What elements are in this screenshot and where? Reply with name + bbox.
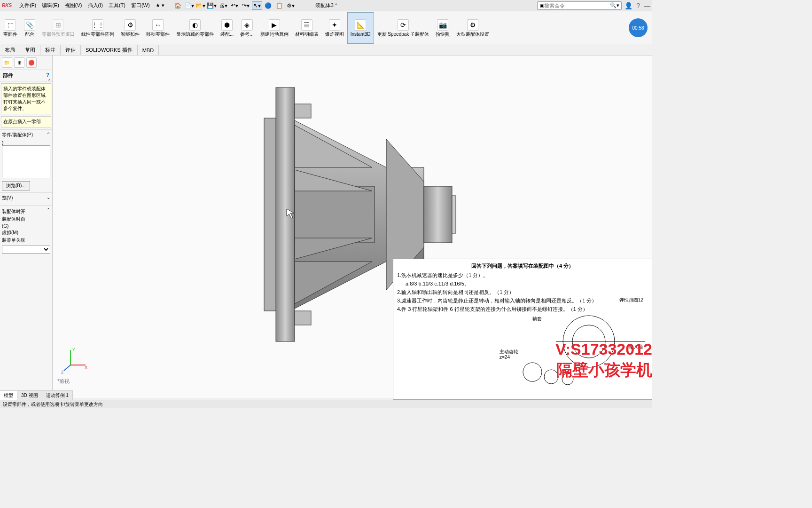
speedpak-icon: ⟳ bbox=[398, 19, 409, 31]
question-1-options: a.8/3 b.10/3 c.11/3 d.16/5。 bbox=[397, 280, 648, 287]
ribbon-insert-component[interactable]: ⬚零部件 bbox=[0, 12, 21, 44]
instant3d-icon: 📐 bbox=[355, 19, 366, 31]
save-icon[interactable]: 💾▾ bbox=[207, 1, 217, 10]
tab-model[interactable]: 模型 bbox=[0, 391, 17, 400]
triad-icon: Y X Z bbox=[61, 346, 89, 374]
ribbon-snapshot[interactable]: 📷拍快照 bbox=[432, 12, 453, 44]
search-icon[interactable]: 🔍▾ bbox=[610, 2, 619, 8]
ribbon-large-assembly[interactable]: ⚙大型装配体设置 bbox=[453, 12, 492, 44]
search-input[interactable] bbox=[544, 3, 610, 8]
snapshot-icon: 📷 bbox=[437, 19, 448, 31]
tab-annotate[interactable]: 标注 bbox=[40, 45, 61, 55]
settings-icon[interactable]: ⚙▾ bbox=[286, 1, 296, 10]
panel-appearance-icon[interactable]: 🔴 bbox=[26, 57, 37, 68]
menu-chevron-icon[interactable]: ★ ▾ bbox=[153, 2, 167, 8]
option-3[interactable]: (G) bbox=[2, 223, 50, 229]
ribbon-motion[interactable]: ▶新建运动算例 bbox=[257, 12, 292, 44]
menu-file[interactable]: 文件(F) bbox=[16, 2, 39, 9]
ribbon-fastener[interactable]: ⚙智能扣件 bbox=[117, 12, 143, 44]
ribbon-bom[interactable]: ☰材料明细表 bbox=[292, 12, 322, 44]
ribbon-pattern[interactable]: ⋮⋮线性零部件阵列 bbox=[78, 12, 117, 44]
rebuild-icon[interactable]: 🔵 bbox=[263, 1, 273, 10]
minimize-icon[interactable]: — bbox=[644, 2, 650, 9]
question-1: 1.洗衣机减速器的速比是多少（1 分）。 bbox=[397, 271, 648, 279]
section-view-label: 览(V) bbox=[2, 195, 13, 201]
menu-insert[interactable]: 插入(I) bbox=[85, 2, 106, 9]
tab-3dview[interactable]: 3D 视图 bbox=[17, 391, 42, 400]
preview-icon: ⊞ bbox=[53, 19, 64, 31]
search-box[interactable]: ▣ 🔍▾ bbox=[537, 1, 622, 10]
option-4[interactable]: 虚拟(M) bbox=[2, 230, 50, 236]
bottom-tabs: 模型 3D 视图 运动算例 1 bbox=[0, 390, 73, 400]
print-icon[interactable]: 🖨▾ bbox=[218, 1, 228, 10]
option-1[interactable]: 装配体时开 bbox=[2, 208, 50, 215]
move-icon: ↔ bbox=[152, 19, 164, 31]
tab-plugins[interactable]: SOLIDWORKS 插件 bbox=[81, 45, 138, 55]
help-box-2: 在原点插入一零部 bbox=[1, 116, 51, 127]
tab-sketch[interactable]: 草图 bbox=[20, 45, 40, 55]
svg-rect-1 bbox=[264, 118, 276, 311]
tabbar: 布局 草图 标注 评估 SOLIDWORKS 插件 MBD bbox=[0, 45, 652, 56]
ribbon-explode[interactable]: ✦爆炸视图 bbox=[322, 12, 347, 44]
redo-icon[interactable]: ↷▾ bbox=[241, 1, 251, 10]
menu-window[interactable]: 窗口(W) bbox=[128, 2, 153, 9]
ribbon-move[interactable]: ↔移动零部件 bbox=[143, 12, 173, 44]
option-5[interactable]: 装菜单关联 bbox=[2, 237, 50, 244]
terminal-icon: ▣ bbox=[539, 2, 544, 8]
collapse-icon[interactable]: ⌃ bbox=[47, 207, 50, 213]
tab-layout[interactable]: 布局 bbox=[0, 45, 20, 55]
help-icon[interactable]: ? bbox=[636, 2, 640, 9]
panel-tree-icon[interactable]: 📁 bbox=[2, 57, 12, 68]
panel-display-icon[interactable]: ⊕ bbox=[14, 57, 24, 68]
document-title: 装配体3 * bbox=[315, 2, 337, 9]
svg-marker-6 bbox=[295, 125, 372, 167]
svg-line-19 bbox=[64, 365, 70, 371]
pattern-icon: ⋮⋮ bbox=[92, 19, 103, 31]
svg-rect-0 bbox=[276, 87, 295, 341]
view-label: *前视 bbox=[57, 378, 70, 385]
home-icon[interactable]: 🏠 bbox=[173, 1, 183, 10]
ribbon-preview: ⊞零部件预览窗口 bbox=[39, 12, 78, 44]
help-box-1: 插入的零件或装配体部件放置在图形区域打钉来插入同一或不多个复件。 bbox=[1, 83, 51, 114]
collapse-icon[interactable]: ⌃ bbox=[47, 132, 50, 138]
ribbon-instant3d[interactable]: 📐Instant3D bbox=[347, 12, 374, 44]
hidden-icon: ◐ bbox=[189, 19, 201, 31]
fastener-icon: ⚙ bbox=[125, 19, 136, 31]
svg-rect-13 bbox=[452, 196, 456, 233]
ribbon-assembly[interactable]: ⬢装配... bbox=[217, 12, 237, 44]
panel-help-icon[interactable]: ? bbox=[46, 72, 49, 79]
app-logo: RKS bbox=[2, 3, 12, 8]
component-icon: ⬚ bbox=[5, 19, 16, 31]
menu-edit[interactable]: 编辑(E) bbox=[39, 2, 62, 9]
panel-title: 部件 bbox=[3, 72, 13, 79]
timer-badge: 00:58 bbox=[629, 18, 648, 37]
user-icon[interactable]: 👤 bbox=[625, 2, 632, 9]
parts-list[interactable] bbox=[2, 145, 50, 178]
menu-view[interactable]: 视图(V) bbox=[62, 2, 85, 9]
bom-icon: ☰ bbox=[301, 19, 312, 31]
select-icon[interactable]: ↖▾ bbox=[252, 1, 262, 10]
option-2[interactable]: 装配体时自 bbox=[2, 216, 50, 222]
ribbon-reference[interactable]: ◈参考... bbox=[237, 12, 257, 44]
open-icon[interactable]: 📂▾ bbox=[195, 1, 206, 10]
ribbon-mate[interactable]: 📎配合 bbox=[21, 12, 39, 44]
svg-text:弹性挡圈12: 弹性挡圈12 bbox=[619, 297, 644, 302]
undo-icon[interactable]: ↶▾ bbox=[229, 1, 240, 10]
svg-text:轴套: 轴套 bbox=[532, 316, 542, 321]
options-icon[interactable]: 📋 bbox=[274, 1, 285, 10]
ribbon-hidden[interactable]: ◐显示隐藏的零部件 bbox=[173, 12, 217, 44]
browse-button[interactable]: 浏览(B)... bbox=[2, 181, 30, 190]
svg-rect-12 bbox=[424, 186, 452, 243]
svg-text:X: X bbox=[85, 365, 87, 370]
svg-rect-2 bbox=[295, 104, 311, 118]
tab-motion-study[interactable]: 运动算例 1 bbox=[42, 391, 73, 400]
tab-mbd[interactable]: MBD bbox=[138, 45, 159, 55]
option-dropdown[interactable] bbox=[2, 246, 50, 254]
chevron-down-icon[interactable]: ⌄ bbox=[47, 195, 50, 201]
ribbon-speedpak[interactable]: ⟳更新 Speedpak 子装配体 bbox=[374, 12, 433, 44]
new-icon[interactable]: 📄▾ bbox=[184, 1, 195, 10]
left-panel: 📁 ⊕ 🔴 部件 ? ⌃ 插入的零件或装配体部件放置在图形区域打钉来插入同一或不… bbox=[0, 56, 53, 398]
menu-tools[interactable]: 工具(T) bbox=[106, 2, 128, 9]
svg-rect-3 bbox=[295, 311, 311, 325]
tab-evaluate[interactable]: 评估 bbox=[61, 45, 81, 55]
